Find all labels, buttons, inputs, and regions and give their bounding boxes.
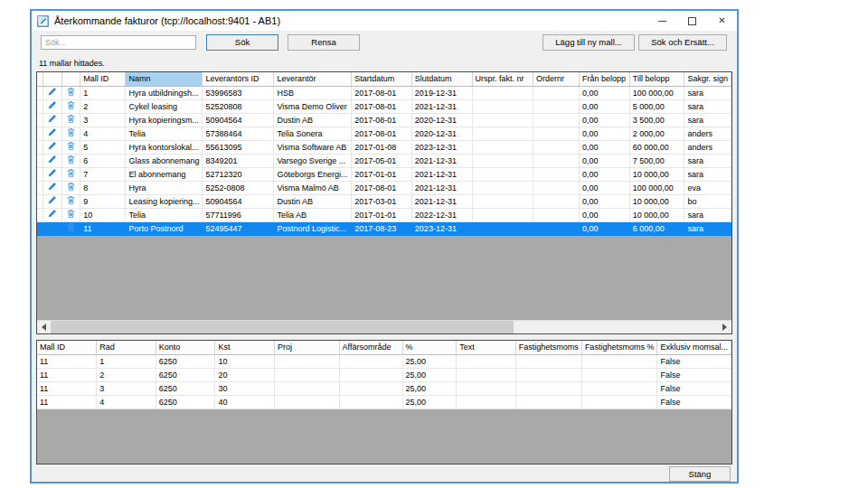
cell: 0,00 [580, 113, 630, 127]
edit-row-button[interactable] [43, 99, 62, 113]
rows-header-row[interactable]: Mall IDRadKontoKstProjAffärsområde%TextF… [37, 341, 731, 354]
trash-icon [66, 168, 76, 178]
column-header[interactable]: Slutdatum [411, 72, 472, 86]
close-window-button[interactable]: Stäng [669, 466, 731, 482]
column-header[interactable]: Namn [126, 72, 203, 86]
column-header[interactable]: Fastighetsmoms [515, 341, 581, 354]
cell: Visma Demo Oliver [274, 99, 352, 113]
edit-row-button[interactable] [43, 208, 62, 221]
table-row[interactable]: 3Hyra kopieringsm...50904564Dustin AB201… [37, 113, 731, 127]
delete-row-button[interactable] [61, 113, 80, 127]
scrollbar-thumb[interactable] [51, 321, 514, 334]
edit-row-button[interactable] [43, 221, 62, 235]
column-header[interactable]: Sakgr. sign [684, 72, 731, 86]
cell: 50904564 [203, 113, 274, 127]
delete-row-button[interactable] [61, 140, 80, 154]
table-row[interactable]: 1Hyra utbildningsh...53996583HSB2017-08-… [37, 86, 731, 99]
cell: False [657, 354, 731, 368]
cell: 20 [215, 368, 275, 381]
trash-icon [66, 195, 76, 205]
clear-button[interactable]: Rensa [288, 34, 360, 51]
cell: sara [684, 99, 731, 113]
delete-row-button[interactable] [61, 194, 80, 208]
scroll-right-arrow-icon[interactable] [718, 321, 731, 334]
column-header[interactable]: Leverantörs ID [203, 72, 274, 86]
edit-row-button[interactable] [43, 154, 62, 167]
edit-row-button[interactable] [43, 140, 62, 154]
column-header[interactable]: Från belopp [580, 72, 630, 86]
cell: sara [684, 167, 731, 181]
column-header[interactable]: Fastighetsmoms % [581, 341, 657, 354]
table-row[interactable]: 5Hyra kontorslokal...55613095Visma Softw… [37, 140, 731, 154]
cell: 3 [97, 381, 156, 395]
cell: 0,00 [580, 86, 630, 99]
edit-row-button[interactable] [43, 181, 62, 194]
column-header[interactable]: Rad [97, 341, 156, 354]
delete-row-button[interactable] [61, 221, 80, 235]
cell: bo [684, 194, 731, 208]
column-header[interactable]: Leverantör [274, 72, 352, 86]
delete-row-button[interactable] [61, 99, 80, 113]
column-header[interactable]: Konto [156, 341, 215, 354]
horizontal-scrollbar[interactable] [37, 320, 731, 333]
maximize-button[interactable] [677, 11, 707, 31]
edit-row-button[interactable] [43, 167, 62, 181]
cell: sara [684, 113, 731, 127]
table-row[interactable]: 11162501025,00False [37, 354, 731, 368]
table-row[interactable]: 6Glass abonnemang8349201Varsego Sverige … [37, 154, 731, 167]
search-input[interactable] [41, 35, 196, 50]
table-row[interactable]: 11Porto Postnord52495447Postnord Logisti… [37, 221, 731, 235]
column-header[interactable]: Kst [215, 341, 275, 354]
cell [533, 221, 580, 235]
table-row[interactable]: 8Hyra5252-0808Visma Malmö AB2017-08-0120… [37, 181, 731, 194]
column-header[interactable]: Mall ID [80, 72, 126, 86]
column-header[interactable]: Proj [275, 341, 340, 354]
column-header[interactable]: Startdatum [352, 72, 412, 86]
cell [472, 113, 533, 127]
edit-row-button[interactable] [43, 127, 62, 140]
column-header[interactable]: Ordernr [533, 72, 580, 86]
cell: 2017-01-01 [352, 167, 412, 181]
column-header[interactable]: Mall ID [37, 341, 97, 354]
table-row[interactable]: 11262502025,00False [37, 368, 731, 381]
cell: 10 000,00 [629, 167, 684, 181]
scroll-left-arrow-icon[interactable] [37, 321, 51, 334]
cell: Telia Sonera [274, 127, 352, 140]
column-header[interactable]: % [402, 341, 457, 354]
search-button[interactable]: Sök [206, 34, 278, 51]
delete-row-button[interactable] [61, 154, 80, 167]
scrollbar-track[interactable] [51, 321, 718, 334]
column-header[interactable]: Text [457, 341, 516, 354]
column-header[interactable]: Urspr. fakt. nr [472, 72, 533, 86]
cell: False [657, 381, 731, 395]
edit-row-button[interactable] [43, 113, 62, 127]
delete-row-button[interactable] [61, 167, 80, 181]
add-new-template-button[interactable]: Lägg till ny mall... [542, 34, 635, 51]
cell: 2017-01-08 [352, 140, 412, 154]
close-button[interactable]: ✕ [707, 11, 737, 31]
maximize-icon [688, 17, 696, 25]
column-header[interactable]: Affärsområde [339, 341, 402, 354]
delete-row-button[interactable] [61, 86, 80, 99]
cell [581, 368, 657, 381]
column-header[interactable]: Till belopp [629, 72, 684, 86]
search-and-replace-button[interactable]: Sök och Ersätt... [638, 34, 727, 51]
table-row[interactable]: 11362503025,00False [37, 381, 731, 395]
table-row[interactable]: 4Telia57388464Telia Sonera2017-08-012020… [37, 127, 731, 140]
cell: 40 [215, 395, 275, 408]
minimize-button[interactable] [647, 11, 677, 31]
templates-header-row[interactable]: Mall IDNamnLeverantörs IDLeverantörStart… [37, 72, 731, 86]
table-row[interactable]: 11462504025,00False [37, 395, 731, 408]
table-row[interactable]: 10Telia57711996Telia AB2017-01-012022-12… [37, 208, 731, 221]
delete-row-button[interactable] [61, 127, 80, 140]
edit-row-button[interactable] [43, 86, 62, 99]
column-header[interactable]: Exklusiv momsal... [657, 341, 731, 354]
delete-row-button[interactable] [61, 208, 80, 221]
table-row[interactable]: 9Leasing kopiering...50904564Dustin AB20… [37, 194, 731, 208]
table-row[interactable]: 2Cykel leasing52520808Visma Demo Oliver2… [37, 99, 731, 113]
close-icon: ✕ [718, 16, 725, 25]
table-row[interactable]: 7El abonnemang52712320Göteborgs Energi..… [37, 167, 731, 181]
pencil-icon [47, 114, 57, 124]
delete-row-button[interactable] [61, 181, 80, 194]
edit-row-button[interactable] [43, 194, 62, 208]
